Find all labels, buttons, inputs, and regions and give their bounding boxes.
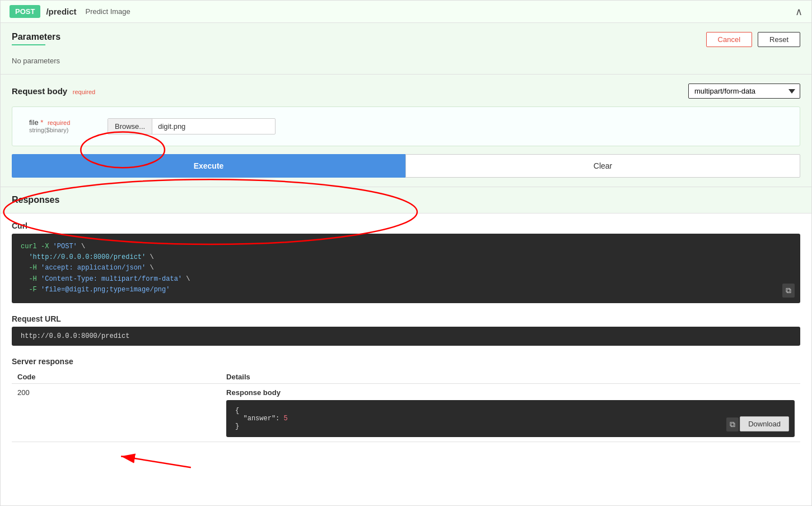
params-title-group: Parameters bbox=[12, 32, 60, 51]
request-body-title-group: Request body required bbox=[12, 86, 95, 96]
main-container: POST /predict Predict Image ∧ Parameters… bbox=[0, 0, 812, 506]
file-upload-area: file * required string($binary) Browse..… bbox=[12, 106, 800, 146]
request-body-section: Request body required multipart/form-dat… bbox=[1, 75, 811, 187]
reset-button[interactable]: Reset bbox=[758, 32, 800, 47]
response-table: Code Details 200 Response body { "answer… bbox=[12, 370, 800, 442]
no-params-text: No parameters bbox=[12, 57, 800, 65]
required-badge: required bbox=[73, 89, 95, 95]
response-value: 5 bbox=[284, 415, 288, 423]
collapse-icon[interactable]: ∧ bbox=[795, 6, 802, 18]
file-required-label: required bbox=[48, 119, 70, 126]
request-url-label: Request URL bbox=[12, 314, 800, 323]
endpoint-description: Predict Image bbox=[86, 7, 130, 16]
file-field-row: file * required string($binary) Browse..… bbox=[29, 118, 783, 134]
response-key: "answer": bbox=[235, 415, 283, 423]
parameters-title: Parameters bbox=[12, 32, 60, 42]
browse-button[interactable]: Browse... bbox=[108, 119, 152, 134]
curl-copy-button[interactable]: ⧉ bbox=[782, 284, 795, 298]
clear-button[interactable]: Clear bbox=[405, 154, 800, 178]
response-copy-button[interactable]: ⧉ bbox=[726, 417, 739, 431]
download-button[interactable]: Download bbox=[740, 416, 789, 431]
file-name-display: digit.png bbox=[152, 119, 191, 134]
server-response-title: Server response bbox=[12, 357, 800, 366]
details-header: Details bbox=[221, 370, 800, 384]
curl-line4: -H 'Content-Type: multipart/form-data' \ bbox=[21, 274, 791, 285]
request-url-section: Request URL http://0.0.0.0:8000/predict bbox=[1, 309, 811, 346]
responses-title: Responses bbox=[12, 195, 800, 205]
parameters-underline bbox=[12, 44, 45, 45]
curl-line1: curl -X 'POST' \ bbox=[21, 242, 791, 252]
content-type-wrapper: multipart/form-data application/json bbox=[688, 83, 800, 99]
file-required-star: * bbox=[40, 118, 43, 127]
endpoint-path: /predict bbox=[46, 7, 76, 16]
response-body-block: { "answer": 5 } ⧉ Download bbox=[226, 400, 795, 437]
curl-line3: -H 'accept: application/json' \ bbox=[21, 263, 791, 273]
curl-code-block: curl -X 'POST' \ 'http://0.0.0.0:8000/pr… bbox=[12, 234, 800, 303]
request-url-block: http://0.0.0.0:8000/predict bbox=[12, 327, 800, 346]
code-header: Code bbox=[12, 370, 221, 384]
request-body-title: Request body bbox=[12, 86, 67, 96]
response-line2: "answer": 5 bbox=[235, 415, 786, 423]
response-line1: { bbox=[235, 407, 786, 415]
curl-label: Curl bbox=[12, 221, 800, 230]
file-type-label: string($binary) bbox=[29, 127, 96, 133]
response-code: 200 bbox=[12, 383, 221, 442]
response-body-label: Response body bbox=[226, 388, 795, 397]
header-left: POST /predict Predict Image bbox=[10, 5, 130, 18]
server-response-section: Server response Code Details 200 Respons… bbox=[1, 351, 811, 442]
request-body-header: Request body required multipart/form-dat… bbox=[12, 83, 800, 99]
cancel-button[interactable]: Cancel bbox=[706, 32, 752, 47]
response-line3: } bbox=[235, 423, 786, 430]
file-input-wrapper[interactable]: Browse... digit.png bbox=[108, 118, 276, 134]
parameters-actions: Cancel Reset bbox=[706, 32, 800, 47]
curl-section: Curl curl -X 'POST' \ 'http://0.0.0.0:80… bbox=[1, 213, 811, 303]
file-label-column: file * required string($binary) bbox=[29, 118, 96, 133]
file-label: file * required bbox=[29, 118, 96, 127]
responses-section: Responses bbox=[1, 187, 811, 213]
execute-button[interactable]: Execute bbox=[12, 154, 405, 178]
header-bar: POST /predict Predict Image ∧ bbox=[1, 1, 811, 23]
response-details-cell: Response body { "answer": 5 } ⧉ Download bbox=[221, 383, 800, 442]
parameters-section: Parameters Cancel Reset No parameters bbox=[1, 23, 811, 75]
response-row-200: 200 Response body { "answer": 5 } ⧉ Down… bbox=[12, 383, 800, 442]
curl-line2: 'http://0.0.0.0:8000/predict' \ bbox=[21, 252, 791, 263]
params-header-row: Parameters Cancel Reset bbox=[12, 32, 800, 51]
action-buttons-row: Execute Clear bbox=[12, 154, 800, 178]
content-type-select[interactable]: multipart/form-data application/json bbox=[688, 83, 800, 99]
svg-line-2 bbox=[121, 456, 191, 467]
method-badge: POST bbox=[10, 5, 40, 18]
curl-line5: -F 'file=@digit.png;type=image/png' bbox=[21, 285, 791, 295]
